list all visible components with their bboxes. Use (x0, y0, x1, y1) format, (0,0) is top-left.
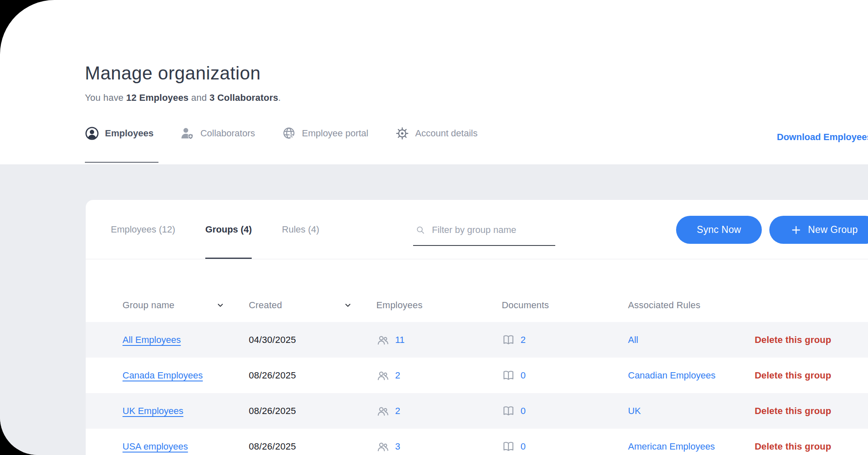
employee-count-link[interactable]: 2 (395, 406, 400, 417)
documents-cell: 0 (502, 404, 628, 418)
documents-cell: 2 (502, 333, 628, 347)
gear-icon (395, 126, 409, 141)
associated-rule-link[interactable]: Canadian Employees (628, 370, 715, 381)
documents-cell: 0 (502, 369, 628, 382)
employee-count-link[interactable]: 3 (395, 441, 400, 452)
actions-cell: Delete this group (755, 406, 868, 417)
download-employees-link[interactable]: Download Employees (777, 132, 868, 143)
delete-group-button[interactable]: Delete this group (755, 406, 831, 416)
table-header: Group name Created Employees Documents A… (86, 289, 868, 322)
person-shield-icon (180, 126, 194, 141)
table-row: All Employees 04/30/2025 11 (86, 322, 868, 358)
group-name-link[interactable]: Canada Employees (123, 370, 203, 381)
column-created[interactable]: Created (249, 300, 376, 311)
group-name-link[interactable]: USA employees (123, 441, 188, 452)
column-group-name-label: Group name (123, 300, 174, 311)
subtitle-employees-count: 12 Employees (126, 92, 189, 103)
column-documents-label: Documents (502, 300, 549, 311)
employees-cell: 11 (376, 333, 502, 347)
delete-group-button[interactable]: Delete this group (755, 335, 831, 345)
tab-employee-portal[interactable]: Employee portal (282, 126, 368, 141)
actions-cell: Delete this group (755, 441, 868, 452)
associated-rule-cell: UK (628, 406, 755, 417)
page-subtitle: You have 12 Employees and 3 Collaborator… (85, 92, 281, 103)
delete-group-button[interactable]: Delete this group (755, 370, 831, 381)
tab-employee-portal-label: Employee portal (302, 128, 368, 139)
subtitle-prefix: You have (85, 92, 126, 103)
page-title: Manage organization (85, 63, 260, 84)
created-cell: 08/26/2025 (249, 441, 376, 452)
sync-now-button[interactable]: Sync Now (676, 216, 762, 244)
actions-cell: Delete this group (755, 335, 868, 345)
filter-by-group-name-input[interactable] (432, 225, 554, 235)
card-header: Employees (12) Groups (4) Rules (4) Sync… (86, 200, 868, 259)
employees-cell: 3 (376, 440, 502, 453)
group-name-cell: Canada Employees (123, 370, 249, 381)
chevron-down-icon (344, 301, 352, 309)
actions-cell: Delete this group (755, 370, 868, 381)
card-tab-groups-label: Groups (4) (205, 224, 252, 235)
tab-account-details-label: Account details (415, 128, 477, 139)
open-book-icon (502, 440, 515, 453)
subtitle-suffix: . (278, 92, 281, 103)
employee-count-link[interactable]: 2 (395, 370, 400, 381)
new-group-label: New Group (808, 224, 858, 235)
people-icon (376, 369, 390, 382)
associated-rule-cell: American Employees (628, 441, 755, 452)
people-icon (376, 404, 390, 418)
document-count-link[interactable]: 2 (521, 335, 526, 345)
table-row: Canada Employees 08/26/2025 2 (86, 358, 868, 393)
tab-employees[interactable]: Employees (85, 126, 153, 141)
active-tab-underline (85, 162, 158, 163)
tab-collaborators[interactable]: Collaborators (180, 126, 255, 141)
employees-cell: 2 (376, 369, 502, 382)
group-name-link[interactable]: All Employees (123, 335, 181, 345)
table-row: UK Employees 08/26/2025 2 (86, 393, 868, 429)
column-associated-rules: Associated Rules (628, 300, 755, 311)
people-icon (376, 440, 390, 453)
associated-rule-cell: Canadian Employees (628, 370, 755, 381)
group-name-link[interactable]: UK Employees (123, 406, 184, 416)
globe-icon (282, 126, 296, 141)
employee-count-link[interactable]: 11 (395, 335, 405, 345)
tab-employees-label: Employees (105, 128, 153, 139)
tab-account-details[interactable]: Account details (395, 126, 477, 141)
subtitle-collaborators-count: 3 Collaborators (209, 92, 278, 103)
open-book-icon (502, 369, 515, 382)
associated-rule-link[interactable]: All (628, 335, 638, 345)
created-cell: 08/26/2025 (249, 406, 376, 417)
open-book-icon (502, 404, 515, 418)
column-associated-rules-label: Associated Rules (628, 300, 700, 311)
document-count-link[interactable]: 0 (521, 370, 526, 381)
card-tab-employees-label: Employees (12) (111, 224, 175, 235)
people-icon (376, 333, 390, 347)
person-circle-icon (85, 126, 99, 141)
tab-collaborators-label: Collaborators (200, 128, 255, 139)
documents-cell: 0 (502, 440, 628, 453)
document-count-link[interactable]: 0 (521, 406, 526, 417)
created-cell: 04/30/2025 (249, 335, 376, 345)
column-employees: Employees (376, 300, 502, 311)
new-group-button[interactable]: New Group (769, 216, 868, 244)
open-book-icon (502, 333, 515, 347)
group-filter (413, 219, 555, 246)
sync-now-label: Sync Now (697, 224, 741, 235)
column-group-name[interactable]: Group name (123, 300, 249, 311)
page-body: Employees (12) Groups (4) Rules (4) Sync… (0, 164, 868, 455)
chevron-down-icon (216, 301, 225, 309)
delete-group-button[interactable]: Delete this group (755, 441, 831, 452)
card-tab-groups[interactable]: Groups (4) (205, 200, 252, 259)
column-created-label: Created (249, 300, 282, 311)
card-tab-rules[interactable]: Rules (4) (282, 200, 319, 259)
associated-rule-link[interactable]: UK (628, 406, 641, 416)
document-count-link[interactable]: 0 (521, 441, 526, 452)
associated-rule-link[interactable]: American Employees (628, 441, 715, 452)
associated-rule-cell: All (628, 335, 755, 345)
card-tab-rules-label: Rules (4) (282, 224, 319, 235)
employees-cell: 2 (376, 404, 502, 418)
subtitle-mid: and (189, 92, 209, 103)
group-name-cell: USA employees (123, 441, 249, 452)
table-row: USA employees 08/26/2025 3 (86, 429, 868, 455)
group-name-cell: All Employees (123, 335, 249, 345)
card-tab-employees[interactable]: Employees (12) (111, 200, 175, 259)
